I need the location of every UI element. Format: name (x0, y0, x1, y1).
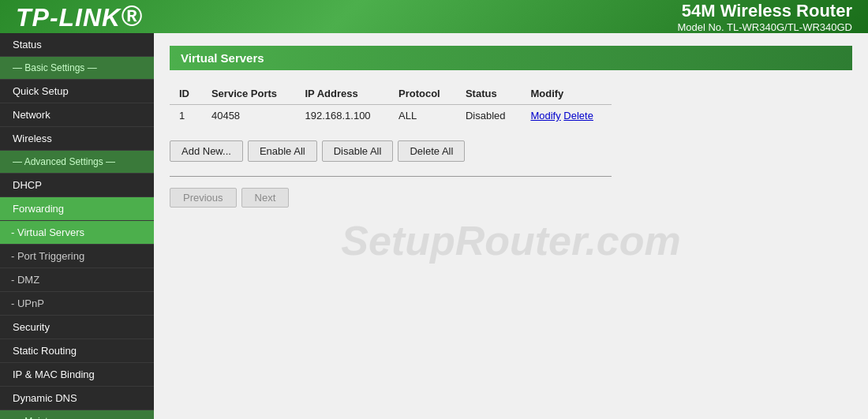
section-title: Virtual Servers (170, 46, 852, 70)
col-modify: Modify (521, 83, 612, 105)
disable-all-button[interactable]: Disable All (322, 140, 394, 162)
content-inner: Virtual Servers ID Service Ports IP Addr… (154, 33, 868, 220)
watermark: SetupRouter.com (341, 217, 681, 264)
sidebar-item-dynamic-dns[interactable]: Dynamic DNS (0, 387, 154, 410)
delete-all-button[interactable]: Delete All (398, 140, 465, 162)
logo-text: TP-LINK (16, 3, 121, 32)
cell-service-ports: 40458 (202, 105, 296, 127)
action-buttons: Add New... Enable All Disable All Delete… (170, 140, 852, 162)
sidebar-item-virtual-servers[interactable]: - Virtual Servers (0, 221, 154, 245)
sidebar-item-wireless[interactable]: Wireless (0, 127, 154, 151)
sidebar-item-port-triggering[interactable]: - Port Triggering (0, 245, 154, 268)
next-button[interactable]: Next (241, 188, 290, 208)
previous-button[interactable]: Previous (170, 188, 237, 208)
logo: TP-LINK® (16, 0, 143, 33)
cell-protocol: ALL (389, 105, 456, 127)
cell-ip-address: 192.168.1.100 (295, 105, 389, 127)
sidebar-item-static-routing[interactable]: Static Routing (0, 339, 154, 363)
sidebar-item-network[interactable]: Network (0, 103, 154, 127)
col-ip-address: IP Address (295, 83, 389, 105)
col-id: ID (170, 83, 202, 105)
enable-all-button[interactable]: Enable All (248, 140, 317, 162)
col-service-ports: Service Ports (202, 83, 296, 105)
header-model: 54M Wireless Router Model No. TL-WR340G/… (677, 1, 852, 33)
add-new-button[interactable]: Add New... (170, 140, 243, 162)
pagination: Previous Next (170, 188, 852, 208)
sidebar-item-quick-setup[interactable]: Quick Setup (0, 80, 154, 103)
sidebar-item-dhcp[interactable]: DHCP (0, 174, 154, 197)
sidebar-section-basic: — Basic Settings — (0, 57, 154, 80)
sidebar-item-ip-mac-binding[interactable]: IP & MAC Binding (0, 363, 154, 387)
model-number: Model No. TL-WR340G/TL-WR340GD (677, 21, 852, 33)
sidebar-section-maintenance: — Maintenance — (0, 410, 154, 419)
sidebar-item-security[interactable]: Security (0, 316, 154, 339)
sidebar-item-status[interactable]: Status (0, 33, 154, 57)
header: TP-LINK® 54M Wireless Router Model No. T… (0, 0, 868, 33)
product-name: 54M Wireless Router (677, 1, 852, 21)
table-row: 1 40458 192.168.1.100 ALL Disabled Modif… (170, 105, 612, 127)
divider (170, 176, 612, 177)
main-layout: Status — Basic Settings — Quick Setup Ne… (0, 33, 868, 419)
sidebar: Status — Basic Settings — Quick Setup Ne… (0, 33, 154, 419)
sidebar-item-dmz[interactable]: - DMZ (0, 268, 154, 292)
modify-link[interactable]: Modify (530, 110, 560, 122)
sidebar-section-advanced: — Advanced Settings — (0, 151, 154, 174)
cell-status: Disabled (456, 105, 522, 127)
virtual-servers-table: ID Service Ports IP Address Protocol Sta… (170, 83, 612, 126)
content-area: SetupRouter.com Virtual Servers ID Servi… (154, 33, 868, 419)
cell-modify-delete: Modify Delete (521, 105, 612, 127)
sidebar-item-upnp[interactable]: - UPnP (0, 292, 154, 316)
col-protocol: Protocol (389, 83, 456, 105)
cell-id: 1 (170, 105, 202, 127)
delete-link[interactable]: Delete (563, 110, 593, 122)
sidebar-item-forwarding[interactable]: Forwarding (0, 197, 154, 221)
col-status: Status (456, 83, 522, 105)
